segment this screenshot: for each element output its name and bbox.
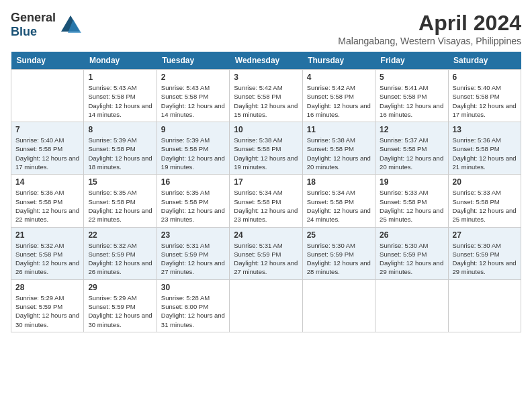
calendar-cell: 4Sunrise: 5:42 AMSunset: 5:58 PMDaylight… xyxy=(302,70,375,122)
cell-info: Sunrise: 5:40 AMSunset: 5:58 PMDaylight:… xyxy=(453,83,517,119)
date-number: 10 xyxy=(234,125,298,134)
cell-info: Sunrise: 5:39 AMSunset: 5:58 PMDaylight:… xyxy=(88,136,152,171)
calendar-cell: 11Sunrise: 5:38 AMSunset: 5:58 PMDayligh… xyxy=(302,122,375,175)
calendar-cell: 24Sunrise: 5:31 AMSunset: 5:59 PMDayligh… xyxy=(230,227,302,279)
calendar-week-2: 7Sunrise: 5:40 AMSunset: 5:58 PMDaylight… xyxy=(11,122,521,175)
date-number: 12 xyxy=(380,125,443,134)
logo-text: General Blue xyxy=(11,11,56,39)
cell-info: Sunrise: 5:33 AMSunset: 5:58 PMDaylight:… xyxy=(380,188,443,224)
calendar-cell: 10Sunrise: 5:38 AMSunset: 5:58 PMDayligh… xyxy=(230,122,302,175)
calendar-cell xyxy=(11,70,84,122)
date-number: 4 xyxy=(307,73,371,82)
date-number: 5 xyxy=(380,73,443,82)
calendar-table: SundayMondayTuesdayWednesdayThursdayFrid… xyxy=(11,52,521,332)
calendar-week-1: 1Sunrise: 5:43 AMSunset: 5:58 PMDaylight… xyxy=(11,70,521,122)
weekday-header-thursday: Thursday xyxy=(302,52,375,70)
cell-info: Sunrise: 5:32 AMSunset: 5:59 PMDaylight:… xyxy=(88,241,152,277)
date-number: 8 xyxy=(88,125,152,134)
logo-blue: Blue xyxy=(11,25,37,38)
cell-info: Sunrise: 5:38 AMSunset: 5:58 PMDaylight:… xyxy=(307,136,371,171)
cell-info: Sunrise: 5:36 AMSunset: 5:58 PMDaylight:… xyxy=(15,188,79,224)
calendar-week-5: 28Sunrise: 5:29 AMSunset: 5:59 PMDayligh… xyxy=(11,279,521,332)
cell-info: Sunrise: 5:31 AMSunset: 5:59 PMDaylight:… xyxy=(161,241,225,277)
date-number: 11 xyxy=(307,125,371,134)
cell-info: Sunrise: 5:42 AMSunset: 5:58 PMDaylight:… xyxy=(234,83,298,119)
cell-info: Sunrise: 5:34 AMSunset: 5:58 PMDaylight:… xyxy=(234,188,298,224)
date-number: 21 xyxy=(15,230,79,240)
calendar-cell xyxy=(448,279,521,332)
calendar-cell: 20Sunrise: 5:33 AMSunset: 5:58 PMDayligh… xyxy=(448,175,521,227)
cell-info: Sunrise: 5:39 AMSunset: 5:58 PMDaylight:… xyxy=(161,136,225,171)
date-number: 19 xyxy=(380,177,443,187)
cell-info: Sunrise: 5:32 AMSunset: 5:58 PMDaylight:… xyxy=(15,241,79,277)
cell-info: Sunrise: 5:35 AMSunset: 5:58 PMDaylight:… xyxy=(88,188,152,224)
date-number: 7 xyxy=(15,125,79,134)
calendar-cell: 25Sunrise: 5:30 AMSunset: 5:59 PMDayligh… xyxy=(302,227,375,279)
calendar-cell: 17Sunrise: 5:34 AMSunset: 5:58 PMDayligh… xyxy=(230,175,302,227)
cell-info: Sunrise: 5:35 AMSunset: 5:58 PMDaylight:… xyxy=(161,188,225,224)
calendar-cell: 18Sunrise: 5:34 AMSunset: 5:58 PMDayligh… xyxy=(302,175,375,227)
weekday-header-wednesday: Wednesday xyxy=(230,52,302,70)
date-number: 1 xyxy=(88,73,152,82)
date-number: 14 xyxy=(15,177,79,187)
calendar-week-3: 14Sunrise: 5:36 AMSunset: 5:58 PMDayligh… xyxy=(11,175,521,227)
calendar-cell: 16Sunrise: 5:35 AMSunset: 5:58 PMDayligh… xyxy=(157,175,229,227)
calendar-cell: 5Sunrise: 5:41 AMSunset: 5:58 PMDaylight… xyxy=(375,70,448,122)
weekday-header-sunday: Sunday xyxy=(11,52,84,70)
cell-info: Sunrise: 5:43 AMSunset: 5:58 PMDaylight:… xyxy=(88,83,152,119)
cell-info: Sunrise: 5:43 AMSunset: 5:58 PMDaylight:… xyxy=(161,83,225,119)
calendar-cell: 12Sunrise: 5:37 AMSunset: 5:58 PMDayligh… xyxy=(375,122,448,175)
cell-info: Sunrise: 5:29 AMSunset: 5:59 PMDaylight:… xyxy=(88,293,152,329)
weekday-header-tuesday: Tuesday xyxy=(157,52,229,70)
cell-info: Sunrise: 5:38 AMSunset: 5:58 PMDaylight:… xyxy=(234,136,298,171)
cell-info: Sunrise: 5:29 AMSunset: 5:59 PMDaylight:… xyxy=(15,293,79,329)
calendar-cell: 13Sunrise: 5:36 AMSunset: 5:58 PMDayligh… xyxy=(448,122,521,175)
calendar-cell: 30Sunrise: 5:28 AMSunset: 6:00 PMDayligh… xyxy=(157,279,229,332)
date-number: 18 xyxy=(307,177,371,187)
cell-info: Sunrise: 5:30 AMSunset: 5:59 PMDaylight:… xyxy=(380,241,443,277)
calendar-cell xyxy=(302,279,375,332)
month-year: April 2024 xyxy=(338,11,521,36)
date-number: 28 xyxy=(15,283,79,292)
calendar-week-4: 21Sunrise: 5:32 AMSunset: 5:58 PMDayligh… xyxy=(11,227,521,279)
calendar-cell: 21Sunrise: 5:32 AMSunset: 5:58 PMDayligh… xyxy=(11,227,84,279)
date-number: 2 xyxy=(161,73,225,82)
date-number: 17 xyxy=(234,177,298,187)
calendar-cell: 2Sunrise: 5:43 AMSunset: 5:58 PMDaylight… xyxy=(157,70,229,122)
cell-info: Sunrise: 5:30 AMSunset: 5:59 PMDaylight:… xyxy=(307,241,371,277)
cell-info: Sunrise: 5:42 AMSunset: 5:58 PMDaylight:… xyxy=(307,83,371,119)
cell-info: Sunrise: 5:40 AMSunset: 5:58 PMDaylight:… xyxy=(15,136,79,171)
date-number: 22 xyxy=(88,230,152,240)
calendar-cell: 8Sunrise: 5:39 AMSunset: 5:58 PMDaylight… xyxy=(84,122,157,175)
title-block: April 2024 Malangabang, Western Visayas,… xyxy=(338,11,521,46)
date-number: 9 xyxy=(161,125,225,134)
page-header: General Blue April 2024 Malangabang, Wes… xyxy=(11,11,521,46)
calendar-cell: 14Sunrise: 5:36 AMSunset: 5:58 PMDayligh… xyxy=(11,175,84,227)
date-number: 13 xyxy=(453,125,517,134)
cell-info: Sunrise: 5:34 AMSunset: 5:58 PMDaylight:… xyxy=(307,188,371,224)
calendar-cell: 15Sunrise: 5:35 AMSunset: 5:58 PMDayligh… xyxy=(84,175,157,227)
cell-info: Sunrise: 5:31 AMSunset: 5:59 PMDaylight:… xyxy=(234,241,298,277)
date-number: 27 xyxy=(453,230,517,240)
weekday-header-row: SundayMondayTuesdayWednesdayThursdayFrid… xyxy=(11,52,521,70)
calendar-cell: 6Sunrise: 5:40 AMSunset: 5:58 PMDaylight… xyxy=(448,70,521,122)
calendar-cell: 29Sunrise: 5:29 AMSunset: 5:59 PMDayligh… xyxy=(84,279,157,332)
cell-info: Sunrise: 5:33 AMSunset: 5:58 PMDaylight:… xyxy=(453,188,517,224)
calendar-cell: 1Sunrise: 5:43 AMSunset: 5:58 PMDaylight… xyxy=(84,70,157,122)
date-number: 6 xyxy=(453,73,517,82)
weekday-header-saturday: Saturday xyxy=(448,52,521,70)
cell-info: Sunrise: 5:36 AMSunset: 5:58 PMDaylight:… xyxy=(453,136,517,171)
location: Malangabang, Western Visayas, Philippine… xyxy=(338,36,521,46)
cell-info: Sunrise: 5:28 AMSunset: 6:00 PMDaylight:… xyxy=(161,293,225,329)
calendar-cell: 9Sunrise: 5:39 AMSunset: 5:58 PMDaylight… xyxy=(157,122,229,175)
cell-info: Sunrise: 5:30 AMSunset: 5:59 PMDaylight:… xyxy=(453,241,517,277)
date-number: 29 xyxy=(88,283,152,292)
calendar-cell xyxy=(230,279,302,332)
cell-info: Sunrise: 5:41 AMSunset: 5:58 PMDaylight:… xyxy=(380,83,443,119)
calendar-cell: 28Sunrise: 5:29 AMSunset: 5:59 PMDayligh… xyxy=(11,279,84,332)
date-number: 16 xyxy=(161,177,225,187)
logo: General Blue xyxy=(11,11,83,39)
date-number: 15 xyxy=(88,177,152,187)
date-number: 20 xyxy=(453,177,517,187)
calendar-cell xyxy=(375,279,448,332)
